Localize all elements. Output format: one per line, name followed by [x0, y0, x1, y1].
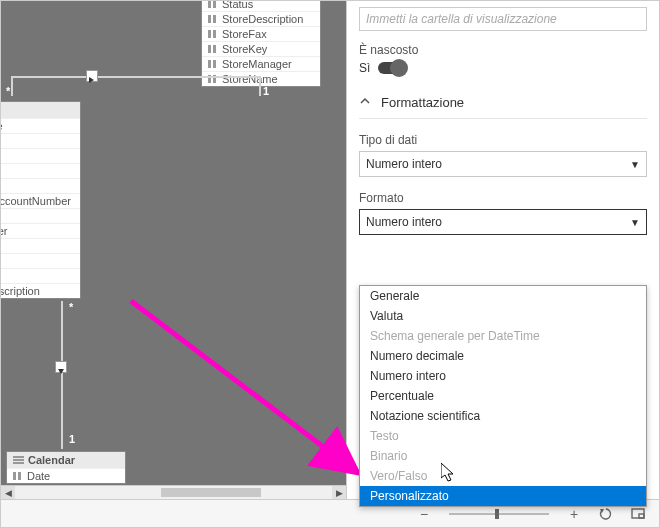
- relationship-cardinality: *: [69, 301, 73, 313]
- zoom-thumb[interactable]: [495, 509, 499, 519]
- caret-down-icon: ▼: [630, 159, 640, 170]
- column-icon: [208, 30, 218, 38]
- svg-marker-4: [441, 463, 453, 481]
- column-icon: [208, 1, 218, 8]
- table-row: StoreDescription: [202, 11, 320, 26]
- svg-rect-7: [639, 514, 644, 518]
- format-select[interactable]: Numero intero ▼: [359, 209, 647, 235]
- table-header: [1, 102, 80, 118]
- svg-marker-0: [89, 77, 94, 83]
- table-row: ufacturer: [1, 223, 80, 238]
- format-value: Numero intero: [366, 215, 442, 229]
- table-row: ductDescription: [1, 283, 80, 298]
- canvas-hscrollbar[interactable]: ◀ ▶: [1, 485, 346, 499]
- column-icon: [13, 472, 23, 480]
- format-option[interactable]: Valuta: [360, 306, 646, 326]
- table-calendar[interactable]: Calendar Date: [6, 451, 126, 484]
- scroll-left-icon[interactable]: ◀: [1, 486, 15, 499]
- table-header: Calendar: [7, 452, 125, 468]
- table-row: t: [1, 253, 80, 268]
- relationship-arrow-icon: [55, 361, 67, 373]
- format-option[interactable]: Generale: [360, 286, 646, 306]
- datatype-label: Tipo di dati: [359, 133, 647, 147]
- section-title: Formattazione: [381, 95, 464, 110]
- table-row: ntry: [1, 178, 80, 193]
- table-row: Date: [7, 468, 125, 483]
- format-option[interactable]: Schema generale per DateTime: [360, 326, 646, 346]
- table-row: eight: [1, 208, 80, 223]
- table-row: StoreName: [202, 71, 320, 86]
- column-icon: [208, 45, 218, 53]
- format-option[interactable]: Binario: [360, 446, 646, 466]
- scroll-right-icon[interactable]: ▶: [332, 486, 346, 499]
- hidden-value: Sì: [359, 61, 370, 75]
- format-option[interactable]: Testo: [360, 426, 646, 446]
- table-row: ption: [1, 163, 80, 178]
- relationship-cardinality: 1: [69, 433, 75, 445]
- hidden-toggle[interactable]: [378, 62, 406, 74]
- table-icon: [13, 456, 24, 465]
- hidden-label: È nascosto: [359, 43, 647, 57]
- zoom-out-button[interactable]: −: [417, 506, 431, 522]
- format-label: Formato: [359, 191, 647, 205]
- table-row: egory: [1, 133, 80, 148]
- relationship-cardinality: *: [6, 85, 10, 97]
- format-option[interactable]: Notazione scientifica: [360, 406, 646, 426]
- table-product-partial[interactable]: d Name egory or ption ntry tomerAccountN…: [1, 101, 81, 299]
- datatype-select[interactable]: Numero intero ▼: [359, 151, 647, 177]
- format-option[interactable]: Vero/Falso: [360, 466, 646, 486]
- display-folder-input[interactable]: [359, 7, 647, 31]
- scroll-thumb[interactable]: [161, 488, 261, 497]
- format-option[interactable]: Percentuale: [360, 386, 646, 406]
- table-row: StoreFax: [202, 26, 320, 41]
- table-row: tomerAccountNumber: [1, 193, 80, 208]
- column-icon: [208, 15, 218, 23]
- relationship-line: [259, 76, 261, 96]
- table-row: d Name: [1, 118, 80, 133]
- cursor-icon: [441, 463, 457, 483]
- zoom-in-button[interactable]: +: [567, 506, 581, 522]
- svg-marker-1: [58, 369, 64, 374]
- relationship-line: [11, 76, 259, 78]
- format-option[interactable]: Numero intero: [360, 366, 646, 386]
- table-row: dID: [1, 268, 80, 283]
- relationship-cardinality: 1: [263, 85, 269, 97]
- table-row: or: [1, 148, 80, 163]
- properties-panel: È nascosto Sì Formattazione Tipo di dati…: [346, 1, 659, 499]
- format-dropdown[interactable]: Generale Valuta Schema generale per Date…: [359, 285, 647, 507]
- relationship-arrow-icon: [86, 70, 98, 82]
- format-option[interactable]: Numero decimale: [360, 346, 646, 366]
- table-row: Status: [202, 1, 320, 11]
- formatting-section-header[interactable]: Formattazione: [359, 95, 647, 119]
- model-canvas[interactable]: Status StoreDescription StoreFax StoreKe…: [1, 1, 346, 499]
- reset-zoom-button[interactable]: [599, 507, 613, 521]
- relationship-line: [11, 76, 13, 96]
- table-row: StoreKey: [202, 41, 320, 56]
- zoom-slider[interactable]: [449, 513, 549, 515]
- column-icon: [208, 60, 218, 68]
- table-row: erDate: [1, 238, 80, 253]
- datatype-value: Numero intero: [366, 157, 442, 171]
- format-option[interactable]: Personalizzato: [360, 486, 646, 506]
- caret-down-icon: ▼: [630, 217, 640, 228]
- chevron-up-icon: [359, 95, 371, 110]
- fit-screen-button[interactable]: [631, 507, 645, 521]
- table-row: StoreManager: [202, 56, 320, 71]
- table-store[interactable]: Status StoreDescription StoreFax StoreKe…: [201, 1, 321, 87]
